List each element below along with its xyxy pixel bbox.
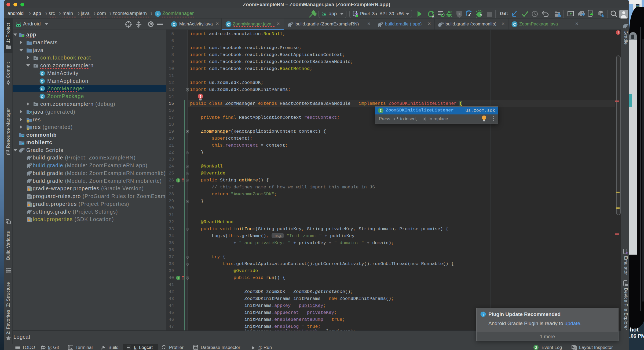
svg-text:C: C [41,79,44,83]
svg-text:C: C [41,87,44,91]
svg-text:I: I [178,276,178,280]
svg-text:C: C [41,72,44,76]
svg-text:C: C [513,22,516,27]
svg-text:C: C [156,12,159,16]
svg-text:C: C [41,95,44,99]
svg-text:C: C [227,22,230,27]
svg-text:A: A [432,14,434,18]
svg-text:I: I [380,109,382,113]
svg-text:I: I [178,179,178,183]
svg-text:C: C [173,22,175,27]
